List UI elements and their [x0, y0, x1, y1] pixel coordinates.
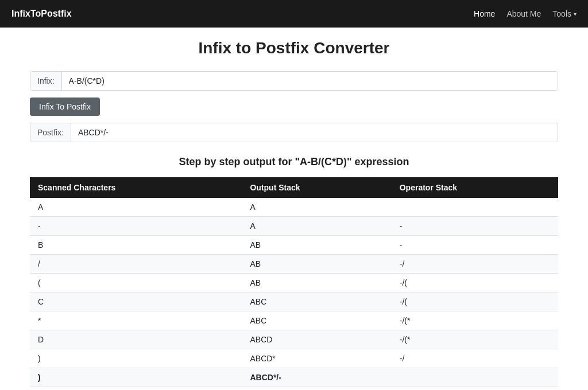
table-row: )ABCD*/-: [30, 368, 558, 387]
cell-operator: -/(: [392, 274, 558, 292]
table-row: AA: [30, 198, 558, 217]
nav-item-home[interactable]: Home: [474, 9, 495, 18]
cell-output: ABCD*/-: [242, 368, 391, 387]
convert-button[interactable]: Infix To Postfix: [30, 98, 100, 116]
table-row: -A-: [30, 217, 558, 236]
cell-operator: -: [392, 217, 558, 236]
cell-output: ABC: [242, 292, 391, 311]
table-row: *ABC-/(*: [30, 311, 558, 330]
cell-scanned: (: [30, 274, 242, 292]
cell-output: A: [242, 217, 391, 236]
postfix-output-row: Postfix:: [30, 123, 558, 142]
cell-operator: -/(*: [392, 311, 558, 330]
cell-output: AB: [242, 236, 391, 255]
tools-label: Tools: [552, 9, 571, 18]
cell-scanned: A: [30, 198, 242, 217]
col-header-output: Output Stack: [242, 177, 391, 198]
cell-operator: [392, 368, 558, 387]
cell-output: ABCD*: [242, 349, 391, 368]
cell-scanned: D: [30, 330, 242, 349]
steps-table: Scanned Characters Output Stack Operator…: [30, 177, 558, 387]
cell-scanned: C: [30, 292, 242, 311]
nav-item-about[interactable]: About Me: [506, 9, 541, 18]
nav-link-home[interactable]: Home: [474, 9, 495, 18]
step-heading: Step by step output for "A-B/(C*D)" expr…: [30, 156, 558, 168]
postfix-output: [71, 123, 558, 142]
chevron-down-icon: ▾: [574, 11, 577, 17]
navbar-nav: Home About Me Tools ▾: [474, 9, 577, 18]
cell-operator: -/: [392, 255, 558, 274]
infix-input-row: Infix:: [30, 71, 558, 91]
cell-scanned: B: [30, 236, 242, 255]
table-row: (AB-/(: [30, 274, 558, 292]
table-row: BAB-: [30, 236, 558, 255]
tools-dropdown[interactable]: Tools ▾: [552, 9, 577, 18]
table-row: )ABCD*-/: [30, 349, 558, 368]
cell-scanned: ): [30, 368, 242, 387]
table-header-row: Scanned Characters Output Stack Operator…: [30, 177, 558, 198]
table-header: Scanned Characters Output Stack Operator…: [30, 177, 558, 198]
cell-operator: [392, 198, 558, 217]
cell-operator: -: [392, 236, 558, 255]
infix-label: Infix:: [30, 72, 62, 90]
main-content: Infix to Postfix Converter Infix: Infix …: [18, 28, 570, 390]
step-heading-expression: "A-B/(C*D)": [295, 156, 351, 167]
step-heading-suffix: expression: [352, 156, 409, 167]
infix-input[interactable]: [62, 72, 558, 90]
cell-scanned: /: [30, 255, 242, 274]
nav-link-about[interactable]: About Me: [506, 9, 541, 18]
step-heading-prefix: Step by step output for: [179, 156, 295, 167]
cell-output: ABCD: [242, 330, 391, 349]
nav-item-tools[interactable]: Tools ▾: [552, 9, 577, 18]
navbar-brand[interactable]: InfixToPostfix: [11, 9, 72, 19]
table-row: CABC-/(: [30, 292, 558, 311]
cell-output: A: [242, 198, 391, 217]
cell-scanned: *: [30, 311, 242, 330]
cell-scanned: -: [30, 217, 242, 236]
table-row: /AB-/: [30, 255, 558, 274]
cell-output: AB: [242, 255, 391, 274]
table-row: DABCD-/(*: [30, 330, 558, 349]
table-body: AA-A-BAB-/AB-/(AB-/(CABC-/(*ABC-/(*DABCD…: [30, 198, 558, 387]
cell-operator: -/: [392, 349, 558, 368]
cell-scanned: ): [30, 349, 242, 368]
cell-operator: -/(*: [392, 330, 558, 349]
navbar: InfixToPostfix Home About Me Tools ▾: [0, 0, 588, 28]
cell-operator: -/(: [392, 292, 558, 311]
postfix-label: Postfix:: [30, 123, 71, 142]
col-header-operator: Operator Stack: [392, 177, 558, 198]
cell-output: ABC: [242, 311, 391, 330]
page-title: Infix to Postfix Converter: [30, 39, 558, 57]
col-header-scanned: Scanned Characters: [30, 177, 242, 198]
cell-output: AB: [242, 274, 391, 292]
